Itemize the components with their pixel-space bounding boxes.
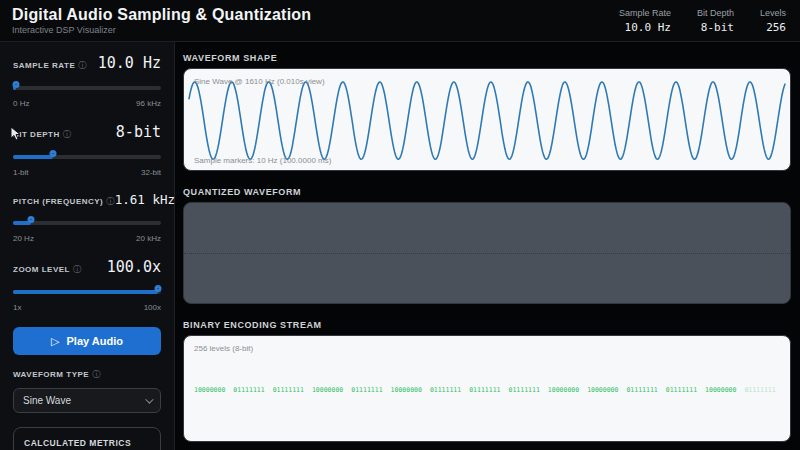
quantized-waveform-chart	[183, 202, 791, 304]
binary-token: 10000000	[548, 386, 579, 394]
binary-token: 01111111	[626, 386, 657, 394]
binary-token: 01111111	[509, 386, 540, 394]
slider-handle[interactable]	[12, 81, 19, 88]
bit-depth-value: 8-bit	[116, 123, 161, 141]
section-title-binary: BINARY ENCODING STREAM	[183, 320, 791, 330]
info-icon[interactable]: ⓘ	[73, 265, 82, 274]
slider-track[interactable]	[13, 290, 161, 294]
slider-track[interactable]	[13, 221, 161, 225]
play-audio-button[interactable]: ▷ Play Audio	[13, 327, 161, 355]
info-icon[interactable]: ⓘ	[92, 370, 101, 379]
info-icon[interactable]: ⓘ	[106, 197, 115, 206]
stat-value: 10.0 Hz	[625, 21, 671, 34]
waveform-type-selected: Sine Wave	[23, 395, 71, 406]
binary-token: 01111111	[351, 386, 382, 394]
binary-levels-label: 256 levels (8-bit)	[194, 344, 253, 353]
stat-sample-rate: Sample Rate 10.0 Hz	[619, 8, 671, 34]
stat-label: Sample Rate	[619, 8, 671, 18]
waveform-shape-chart: Sine Wave @ 1610 Hz (0.010s view) Sample…	[183, 68, 791, 171]
binary-token: 10000000	[705, 386, 736, 394]
bit-depth-slider[interactable]	[13, 150, 161, 163]
slider-handle[interactable]	[27, 216, 34, 223]
sample-markers-label: Sample markers: 10 Hz (100.0000 ms)	[194, 156, 331, 165]
slider-group-bit-depth: BIT DEPTHⓘ 8-bit 1-bit 32-bit	[13, 123, 161, 177]
slider-min: 1x	[13, 303, 21, 312]
play-icon: ▷	[51, 335, 59, 348]
binary-token: 10000000	[194, 386, 225, 394]
app-root: Digital Audio Sampling & Quantization In…	[0, 0, 800, 450]
app-header: Digital Audio Sampling & Quantization In…	[0, 0, 800, 42]
slider-track[interactable]	[13, 155, 161, 159]
slider-fill	[13, 155, 53, 159]
page-title: Digital Audio Sampling & Quantization	[12, 6, 311, 24]
zero-reference-line	[184, 253, 790, 254]
info-icon[interactable]: ⓘ	[63, 130, 72, 139]
slider-max: 96 kHz	[136, 99, 161, 108]
binary-encoding-stream: 256 levels (8-bit) 100000000111111101111…	[183, 335, 791, 442]
main-panel: WAVEFORM SHAPE Sine Wave @ 1610 Hz (0.01…	[175, 42, 800, 450]
waveform-chart-label: Sine Wave @ 1610 Hz (0.010s view)	[194, 77, 325, 86]
slider-group-sample-rate: SAMPLE RATEⓘ 10.0 Hz 0 Hz 96 kHz	[13, 54, 161, 108]
slider-max: 20 kHz	[136, 234, 161, 243]
waveform-type-label: WAVEFORM TYPEⓘ	[13, 369, 161, 380]
stat-label: Bit Depth	[697, 8, 734, 18]
metrics-title: CALCULATED METRICS	[24, 438, 150, 448]
slider-min: 1-bit	[13, 168, 29, 177]
sine-wave-path	[189, 82, 785, 159]
stat-value: 8-bit	[701, 21, 734, 34]
title-block: Digital Audio Sampling & Quantization In…	[12, 6, 311, 35]
binary-token: 01111111	[666, 386, 697, 394]
sample-rate-slider[interactable]	[13, 81, 161, 94]
bit-depth-label: BIT DEPTHⓘ	[13, 129, 71, 140]
section-title-waveform-shape: WAVEFORM SHAPE	[183, 53, 791, 63]
slider-handle[interactable]	[155, 285, 162, 292]
pitch-value: 1.61 kHz	[115, 192, 175, 207]
slider-fill	[13, 290, 158, 294]
header-stats: Sample Rate 10.0 Hz Bit Depth 8-bit Leve…	[619, 8, 786, 34]
binary-token: 01111111	[233, 386, 264, 394]
binary-token: 01111111	[744, 386, 775, 394]
pitch-slider[interactable]	[13, 216, 161, 229]
pitch-label: PITCH (FREQUENCY)ⓘ	[13, 196, 115, 207]
content: SAMPLE RATEⓘ 10.0 Hz 0 Hz 96 kHz BIT DEP…	[0, 42, 800, 450]
stat-label: Levels	[760, 8, 786, 18]
sample-rate-label: SAMPLE RATEⓘ	[13, 60, 87, 71]
binary-token: 01111111	[273, 386, 304, 394]
calculated-metrics-card: CALCULATED METRICS Quantization Levels 2…	[13, 427, 161, 450]
sample-rate-value: 10.0 Hz	[98, 54, 161, 72]
zoom-level-value: 100.0x	[107, 258, 161, 276]
zoom-slider[interactable]	[13, 285, 161, 298]
page-subtitle: Interactive DSP Visualizer	[12, 25, 311, 35]
slider-min: 0 Hz	[13, 99, 29, 108]
waveform-type-select[interactable]: Sine Wave	[13, 388, 161, 413]
stat-value: 256	[766, 21, 786, 34]
slider-handle[interactable]	[49, 150, 56, 157]
binary-token: 01111111	[469, 386, 500, 394]
sidebar: SAMPLE RATEⓘ 10.0 Hz 0 Hz 96 kHz BIT DEP…	[0, 42, 175, 450]
binary-token-row: 1000000001111111011111111000000001111111…	[194, 386, 782, 394]
zoom-level-label: ZOOM LEVELⓘ	[13, 264, 82, 275]
info-icon[interactable]: ⓘ	[78, 61, 87, 70]
binary-token: 10000000	[391, 386, 422, 394]
chevron-down-icon	[145, 395, 153, 403]
slider-max: 100x	[144, 303, 161, 312]
binary-token: 01111111	[430, 386, 461, 394]
slider-min: 20 Hz	[13, 234, 34, 243]
section-title-quantized: QUANTIZED WAVEFORM	[183, 187, 791, 197]
binary-token: 10000000	[587, 386, 618, 394]
slider-max: 32-bit	[141, 168, 161, 177]
slider-group-zoom: ZOOM LEVELⓘ 100.0x 1x 100x	[13, 258, 161, 312]
play-audio-label: Play Audio	[67, 335, 123, 347]
binary-token: 10000000	[312, 386, 343, 394]
stat-levels: Levels 256	[760, 8, 786, 34]
slider-group-pitch: PITCH (FREQUENCY)ⓘ 1.61 kHz 20 Hz 20 kHz	[13, 192, 161, 243]
slider-track[interactable]	[13, 86, 161, 90]
stat-bit-depth: Bit Depth 8-bit	[697, 8, 734, 34]
